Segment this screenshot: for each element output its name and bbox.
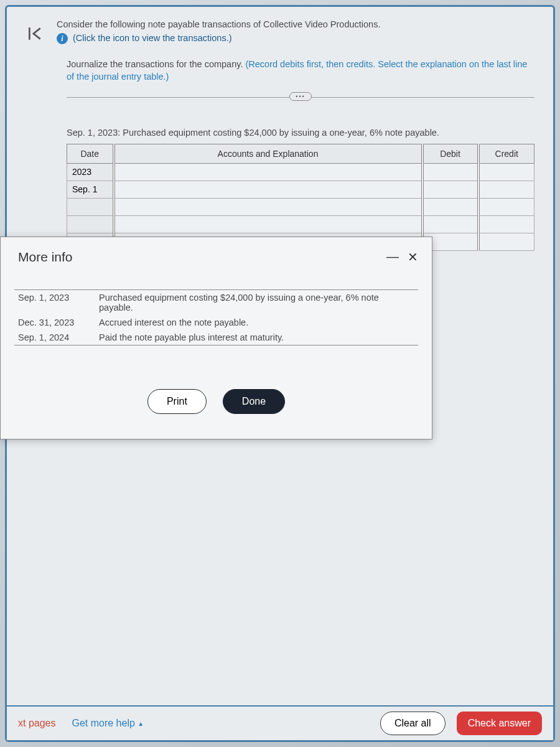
credit-input[interactable] — [485, 167, 530, 177]
bottom-left: xt pages Get more help ▲ — [18, 718, 144, 729]
table-row — [67, 198, 534, 215]
info-row: Sep. 1, 2023 Purchased equipment costing… — [14, 290, 418, 316]
info-date: Dec. 31, 2023 — [14, 315, 95, 330]
cell-day: Sep. 1 — [67, 181, 114, 198]
debit-input[interactable] — [429, 237, 472, 247]
header-credit: Credit — [478, 144, 534, 163]
top-section: Consider the following note payable tran… — [7, 7, 553, 54]
cell-accounts[interactable] — [114, 163, 422, 181]
cell-accounts[interactable] — [114, 181, 422, 198]
print-button[interactable]: Print — [147, 389, 207, 414]
cell-debit[interactable] — [422, 181, 478, 198]
table-row: 2023 — [67, 163, 534, 181]
intro-line1: Consider the following note payable tran… — [57, 18, 541, 32]
header-date: Date — [67, 144, 114, 163]
check-answer-button[interactable]: Check answer — [457, 712, 542, 735]
info-row: Dec. 31, 2023 Accrued interest on the no… — [14, 315, 418, 330]
info-table: Sep. 1, 2023 Purchased equipment costing… — [14, 289, 418, 345]
minimize-icon[interactable]: — — [386, 250, 399, 265]
table-row — [67, 215, 534, 233]
cell-credit[interactable] — [478, 233, 534, 250]
debit-input[interactable] — [429, 219, 472, 229]
modal-actions: Print Done — [1, 352, 432, 439]
cell-accounts[interactable] — [114, 198, 422, 215]
debit-input[interactable] — [429, 167, 472, 177]
info-row: Sep. 1, 2024 Paid the note payable plus … — [14, 330, 418, 345]
debit-input[interactable] — [429, 202, 472, 212]
cell-debit[interactable] — [422, 215, 478, 233]
cell-debit[interactable] — [422, 163, 478, 181]
intro-text: Consider the following note payable tran… — [50, 18, 541, 45]
instruction-text: Journalize the transactions for the comp… — [7, 54, 553, 91]
intro-line2: i (Click the icon to view the transactio… — [57, 32, 541, 45]
cell-date — [67, 215, 114, 233]
info-desc: Purchased equipment costing $24,000 by i… — [95, 290, 418, 316]
help-label: Get more help — [72, 718, 134, 728]
text-pages-link[interactable]: xt pages — [18, 718, 55, 729]
cell-credit[interactable] — [478, 198, 534, 215]
header-accounts: Accounts and Explanation — [114, 144, 422, 163]
info-date: Sep. 1, 2023 — [14, 290, 95, 316]
view-transactions-link[interactable]: (Click the icon to view the transactions… — [73, 33, 231, 43]
info-icon[interactable]: i — [57, 33, 68, 44]
bottom-right: Clear all Check answer — [380, 712, 542, 735]
accounts-input[interactable] — [120, 202, 416, 212]
modal-window-controls: — ✕ — [386, 250, 418, 265]
info-desc: Paid the note payable plus interest at m… — [95, 330, 418, 345]
info-date: Sep. 1, 2024 — [14, 330, 95, 345]
chevron-left-bar-icon — [27, 26, 43, 42]
accounts-input[interactable] — [120, 219, 416, 229]
entry-label: Sep. 1, 2023: Purchased equipment costin… — [67, 128, 534, 138]
debit-input[interactable] — [429, 184, 472, 194]
close-icon[interactable]: ✕ — [408, 250, 418, 265]
modal-header: More info — ✕ — [1, 237, 432, 272]
done-button[interactable]: Done — [223, 389, 285, 414]
back-icon[interactable] — [19, 18, 50, 49]
cell-credit[interactable] — [478, 181, 534, 198]
header-debit: Debit — [422, 144, 478, 163]
cell-year: 2023 — [67, 163, 114, 181]
instruction-prefix: Journalize the transactions for the comp… — [67, 59, 245, 69]
journal-entry-section: Sep. 1, 2023: Purchased equipment costin… — [7, 109, 553, 251]
modal-title: More info — [18, 250, 73, 265]
bottom-bar: xt pages Get more help ▲ Clear all Check… — [7, 705, 553, 740]
get-more-help-link[interactable]: Get more help ▲ — [72, 718, 144, 729]
cell-credit[interactable] — [478, 163, 534, 181]
cell-accounts[interactable] — [114, 215, 422, 233]
cell-debit[interactable] — [422, 198, 478, 215]
credit-input[interactable] — [485, 237, 530, 247]
info-desc: Accrued interest on the note payable. — [95, 315, 418, 330]
cell-date — [67, 198, 114, 215]
caret-up-icon: ▲ — [138, 720, 144, 727]
section-divider: ••• — [67, 97, 534, 98]
modal-body: Sep. 1, 2023 Purchased equipment costing… — [1, 272, 432, 352]
drag-grip-icon[interactable]: ••• — [289, 92, 312, 101]
journal-table: Date Accounts and Explanation Debit Cred… — [67, 144, 534, 251]
credit-input[interactable] — [485, 184, 530, 194]
cell-credit[interactable] — [478, 215, 534, 233]
table-row: Sep. 1 — [67, 181, 534, 198]
clear-all-button[interactable]: Clear all — [380, 712, 446, 735]
accounts-input[interactable] — [120, 167, 416, 177]
accounts-input[interactable] — [120, 184, 416, 194]
more-info-modal: More info — ✕ Sep. 1, 2023 Purchased equ… — [0, 237, 432, 439]
credit-input[interactable] — [485, 202, 530, 212]
table-header-row: Date Accounts and Explanation Debit Cred… — [67, 144, 534, 163]
credit-input[interactable] — [485, 219, 530, 229]
